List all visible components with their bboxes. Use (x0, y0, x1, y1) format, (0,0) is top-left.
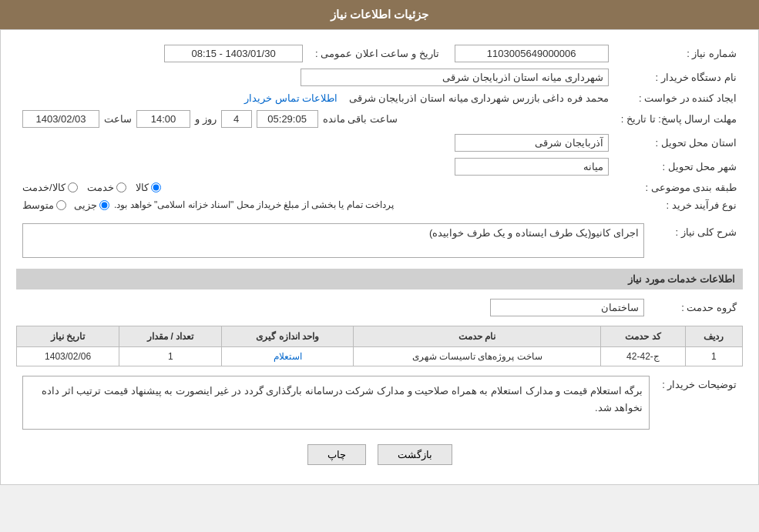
table-row: 1ج-42-42ساخت پروژه‌های تاسیسات شهریاستعل… (17, 347, 743, 366)
mohlat-remaining: 05:29:05 (257, 110, 318, 128)
ostan-label: استان محل تحویل : (615, 131, 743, 155)
print-button[interactable]: چاپ (307, 444, 366, 465)
cell-kod: ج-42-42 (601, 347, 685, 366)
shomara-niaz-label: شماره نیاز : (615, 42, 743, 65)
sharh-value: اجرای کانیو(یک طرف ایستاده و یک طرف خواب… (22, 223, 644, 258)
services-table: ردیف کد حدمت نام حدمت واحد اندازه گیری ت… (16, 326, 743, 366)
cell-vahed: استعلام (222, 347, 354, 366)
buttons-row: بازگشت چاپ (16, 444, 743, 465)
col-nam: نام حدمت (353, 326, 600, 347)
col-tarikh: تاریخ نیاز (17, 326, 119, 347)
col-radif: ردیف (685, 326, 742, 347)
radio-kala-khedmat-label: کالا/خدمت (22, 182, 65, 193)
now-description: پرداخت تمام یا بخشی از مبلغ خریداز محل "… (114, 199, 394, 210)
radio-motovaset[interactable] (56, 200, 66, 210)
mohlat-remaining-label: ساعت باقی مانده (323, 113, 398, 125)
ijad-value: محمد فره داغی بازرس شهرداری میانه استان … (349, 92, 609, 104)
cell-radif: 1 (685, 347, 742, 366)
group-value: ساختمان (490, 299, 644, 316)
mohlat-label: مهلت ارسال پاسخ: تا تاریخ : (615, 107, 743, 131)
buyer-notes-label: توضیحات خریدار : (656, 373, 743, 433)
back-button[interactable]: بازگشت (378, 444, 452, 465)
radio-khedmat-label: خدمت (87, 182, 114, 193)
cell-tedad: 1 (119, 347, 222, 366)
cell-nam: ساخت پروژه‌های تاسیسات شهری (353, 347, 600, 366)
col-tedad: تعداد / مقدار (119, 326, 222, 347)
now-motovaset-label: متوسط (22, 199, 54, 211)
sharh-label: شرح کلی نیاز : (650, 220, 743, 261)
ettelaat-link[interactable]: اطلاعات تماس خریدار (244, 92, 338, 104)
radio-khedmat[interactable] (116, 182, 126, 192)
mohlat-roz-label: روز و (195, 113, 217, 125)
tarikh-aalan-value: 1403/01/30 - 08:15 (164, 45, 303, 62)
mohlat-date: 1403/02/03 (22, 110, 99, 128)
buyer-notes-value: برگه استعلام قیمت و مدارک استعلام به همر… (22, 376, 650, 430)
radio-kala-label: کالا (136, 182, 149, 193)
shahr-label: شهر محل تحویل : (615, 155, 743, 179)
page-title: جزئیات اطلاعات نیاز (0, 0, 759, 29)
col-vahed: واحد اندازه گیری (222, 326, 354, 347)
col-kod: کد حدمت (601, 326, 685, 347)
radio-kala-khedmat[interactable] (68, 182, 78, 192)
radio-jozei[interactable] (99, 200, 109, 210)
now-label: نوع فرآیند خرید : (615, 196, 743, 214)
mohlat-roz: 4 (221, 110, 252, 128)
cell-tarikh: 1403/02/06 (17, 347, 119, 366)
ostan-value: آذربایجان شرقی (455, 134, 609, 152)
group-label: گروه حدمت : (650, 296, 743, 320)
mohlat-saat: 14:00 (136, 110, 190, 128)
tarikh-aalan-label: تاریخ و ساعت اعلان عمومی : (309, 42, 445, 65)
shomara-niaz-value: 1103005649000006 (455, 45, 609, 62)
nam-dastgah-value: شهرداری میانه استان اذربایجان شرقی (301, 69, 609, 86)
services-section-title: اطلاعات خدمات مورد نیاز (16, 269, 743, 289)
mohlat-saat-label: ساعت (104, 113, 132, 125)
ijad-label: ایجاد کننده در خواست : (615, 89, 743, 107)
radio-kala[interactable] (151, 182, 161, 192)
nam-dastgah-label: نام دستگاه خریدار : (615, 65, 743, 89)
tabaqe-label: طبقه بندی موضوعی : (615, 179, 743, 196)
now-jozei-label: جزیی (74, 199, 97, 211)
shahr-value: میانه (455, 158, 609, 176)
